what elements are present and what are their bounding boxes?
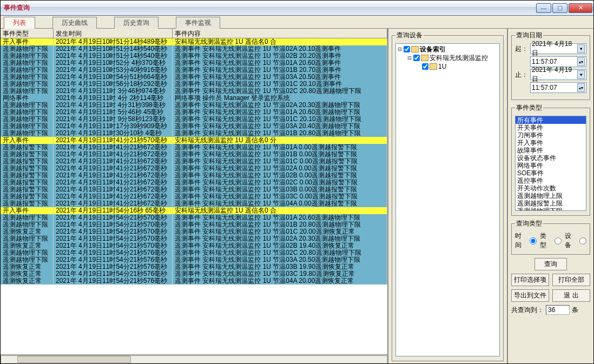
event-type-item[interactable]: 遥测越物理上限 — [516, 192, 586, 200]
dropdown-icon[interactable]: ▼ — [577, 44, 585, 53]
device-tree[interactable]: ⊟ 设备索引 ⊟ 安科瑞无线测温监控 1U — [395, 43, 500, 356]
table-row[interactable]: 开入事件2021年 4月19日10时51分14秒489毫秒安科瑞无线测温监控 1… — [1, 38, 387, 45]
table-row[interactable]: 遥测越物理下限2021年 4月19日11时 3分46秒974毫秒遥测事件 安科瑞… — [1, 88, 387, 95]
event-type-title: 事件类型 — [515, 103, 543, 112]
print-selected-button[interactable]: 打印选择项 — [511, 274, 549, 286]
tree-leaf-label[interactable]: 1U — [438, 62, 446, 71]
table-row[interactable]: 遥测越物理下限2021年 4月19日10时51分14秒540毫秒遥测事件 安科瑞… — [1, 52, 387, 59]
table-row[interactable]: 遥测越物理下限2021年 4月19日11时30分10秒 4毫秒遥测事件 安科瑞无… — [1, 130, 387, 137]
grid-body[interactable]: 开入事件2021年 4月19日10时51分14秒489毫秒安科瑞无线测温监控 1… — [1, 38, 387, 354]
table-row[interactable]: 遥测越物理下限2021年 4月19日10时53分40秒916毫秒遥测事件 安科瑞… — [1, 67, 387, 74]
event-type-item[interactable]: 开关事件 — [516, 124, 586, 131]
tab-history-curve[interactable]: 历史曲线 — [52, 17, 97, 29]
cell-content: 遥测事件 安科瑞无线测温监控 1U 节温04A 0.00遥测越报警下限 — [173, 200, 387, 207]
table-row[interactable]: 遥测恢复正常2021年 4月19日11时54分21秒576毫秒遥测事件 安科瑞无… — [1, 277, 387, 284]
cell-content: 遥测事件 安科瑞无线测温监控 1U 节温02B 0.00遥测越报警下限 — [173, 172, 387, 179]
table-row[interactable]: 遥测越报警下限2021年 4月19日11时41分21秒672毫秒遥测事件 安科瑞… — [1, 144, 387, 151]
from-label: 起： — [515, 44, 528, 54]
titlebar: 事件查询 — ▢ ✕ — [1, 1, 593, 16]
tree-collapse-icon[interactable]: ⊟ — [397, 45, 402, 54]
table-row[interactable]: 遥测越报警下限2021年 4月19日11时41分21秒672毫秒遥测事件 安科瑞… — [1, 186, 387, 193]
table-row[interactable]: 开入事件2021年 4月19日11时41分21秒570毫秒安科瑞无线测温监控 1… — [1, 137, 387, 144]
table-row[interactable]: 开入事件2021年 4月19日11时54分16秒 65毫秒安科瑞无线测温监控 1… — [1, 207, 387, 214]
spinner-icon[interactable]: ▴▾ — [577, 83, 585, 92]
tab-history-query[interactable]: 历史查询 — [114, 17, 159, 29]
table-row[interactable]: 遥测越物理下限2021年 4月19日11时 5分46秒 45毫秒遥测事件 安科瑞… — [1, 109, 387, 116]
tree-child-label[interactable]: 安科瑞无线测温监控 — [430, 54, 488, 62]
tab-list[interactable]: 列表 — [4, 17, 35, 29]
qtype-time-radio[interactable] — [530, 237, 537, 244]
table-row[interactable]: 遥测越报警下限2021年 4月19日11时41分21秒672毫秒遥测事件 安科瑞… — [1, 200, 387, 207]
event-type-item[interactable]: 故障事件 — [516, 147, 586, 154]
tree-root-checkbox[interactable] — [404, 46, 410, 52]
cell-time: 2021年 4月19日11时54分21秒570毫秒 — [54, 235, 173, 242]
table-row[interactable]: 遥测越报警下限2021年 4月19日11时41分21秒672毫秒遥测事件 安科瑞… — [1, 158, 387, 165]
table-row[interactable]: 遥测恢复正常2021年 4月19日11时54分21秒570毫秒遥测事件 安科瑞无… — [1, 228, 387, 235]
table-row[interactable]: 遥测越物理下限2021年 4月19日11时 4分31秒398毫秒遥测事件 安科瑞… — [1, 102, 387, 109]
table-row[interactable]: 遥测越报警下限2021年 4月19日11时41分21秒672毫秒遥测事件 安科瑞… — [1, 179, 387, 186]
exit-button[interactable]: 退 出 — [552, 289, 590, 302]
event-type-item[interactable]: 遥测越报警上限 — [516, 200, 586, 207]
event-type-item[interactable]: 开入事件 — [516, 139, 586, 147]
table-row[interactable]: 遥测越物理下限2021年 4月19日10时54分51秒664毫秒遥测事件 安科瑞… — [1, 74, 387, 81]
table-row[interactable]: 遥测越报警下限2021年 4月19日11时41分21秒672毫秒遥测事件 安科瑞… — [1, 172, 387, 179]
table-row[interactable]: 遥测越物理下限2021年 4月19日11时54分21秒576毫秒遥测事件 安科瑞… — [1, 249, 387, 256]
qtype-device-radio[interactable] — [579, 237, 586, 244]
print-all-button[interactable]: 打印全部 — [552, 274, 590, 286]
tree-collapse-icon[interactable]: ⊟ — [407, 54, 412, 62]
column-header-content[interactable]: 事件内容 — [173, 29, 387, 38]
to-date-picker[interactable]: 2021年 4月19日 ▼ — [530, 69, 586, 80]
to-time-spinner[interactable]: 11:57:07 ▴▾ — [530, 82, 586, 93]
event-type-item[interactable]: 设备状态事件 — [516, 154, 586, 162]
table-row[interactable]: 遥测恢复正常2021年 4月19日11时54分21秒570毫秒遥测事件 安科瑞无… — [1, 242, 387, 249]
query-button[interactable]: 查询 — [534, 258, 567, 270]
event-type-item[interactable]: 遥测越物理下限 — [516, 207, 586, 211]
event-type-item[interactable]: SOE事件 — [516, 169, 586, 177]
export-button[interactable]: 导出到文件 — [511, 289, 549, 302]
table-row[interactable]: 遥测越物理下限2021年 4月19日11时54分21秒570毫秒遥测事件 安科瑞… — [1, 221, 387, 228]
cell-time: 2021年 4月19日11时54分21秒576毫秒 — [54, 263, 173, 270]
table-row[interactable]: 遥测恢复正常2021年 4月19日11时54分21秒576毫秒遥测事件 安科瑞无… — [1, 263, 387, 270]
cell-type: 遥测恢复正常 — [1, 270, 54, 277]
from-date-picker[interactable]: 2021年 4月18日 ▼ — [530, 43, 586, 54]
cell-content: 遥测事件 安科瑞无线测温监控 1U 节温02C 0.00遥测越报警下限 — [173, 179, 387, 186]
table-row[interactable]: 遥测越物理下限2021年 4月19日10时56分18秒292毫秒遥测事件 安科瑞… — [1, 81, 387, 88]
qtype-type-radio[interactable] — [555, 237, 562, 244]
column-header-type[interactable]: 事件类型 — [1, 29, 54, 38]
window-maximize-button[interactable]: ▢ — [552, 3, 567, 13]
cell-time: 2021年 4月19日10时54分51秒664毫秒 — [54, 74, 173, 81]
table-row[interactable]: 遥测越报警下限2021年 4月19日11时41分21秒672毫秒遥测事件 安科瑞… — [1, 165, 387, 172]
horizontal-scrollbar[interactable] — [1, 354, 387, 363]
event-type-item[interactable]: 遥控事件 — [516, 177, 586, 184]
window-minimize-button[interactable]: — — [536, 3, 551, 13]
column-header-time[interactable]: 发生时间 — [54, 29, 173, 38]
qtype-device-label: 设备 — [565, 231, 576, 250]
tree-root-label[interactable]: 设备索引 — [420, 45, 446, 54]
event-type-item[interactable]: 网络事件 — [516, 162, 586, 169]
event-type-item[interactable]: 所有事件 — [516, 116, 586, 124]
table-row[interactable]: 遥测越物理下限2021年 4月19日11时54分21秒570毫秒遥测事件 安科瑞… — [1, 214, 387, 221]
qtype-type-label: 类型 — [540, 231, 551, 250]
tree-leaf-checkbox[interactable] — [422, 63, 428, 70]
event-type-list[interactable]: 所有事件开关事件刀闸事件开入事件故障事件设备状态事件网络事件SOE事件遥控事件开… — [515, 116, 586, 211]
query-type-title: 查询类型 — [515, 219, 543, 228]
table-row[interactable]: 遥测越物理下限2021年 4月19日11时54分21秒576毫秒遥测事件 安科瑞… — [1, 256, 387, 263]
table-row[interactable]: 遥测越物理下限2021年 4月19日10时51分14秒540毫秒遥测事件 安科瑞… — [1, 45, 387, 52]
dropdown-icon[interactable]: ▼ — [577, 70, 585, 79]
spinner-icon[interactable]: ▴▾ — [577, 57, 585, 66]
event-type-item[interactable]: 刀闸事件 — [516, 131, 586, 139]
cell-time: 2021年 4月19日10时53分40秒916毫秒 — [54, 67, 173, 74]
cell-time: 2021年 4月19日11时54分21秒576毫秒 — [54, 277, 173, 284]
event-type-item[interactable]: 开关动作次数 — [516, 184, 586, 192]
table-row[interactable]: 遥测越报警下限2021年 4月19日11时41分21秒672毫秒遥测事件 安科瑞… — [1, 151, 387, 158]
tree-child-checkbox[interactable] — [413, 55, 420, 61]
table-row[interactable]: 遥测越报警下限2021年 4月19日11时41分21秒672毫秒遥测事件 安科瑞… — [1, 193, 387, 200]
table-row[interactable]: 遥测恢复正常2021年 4月19日11时54分21秒576毫秒遥测事件 安科瑞无… — [1, 270, 387, 277]
table-row[interactable]: 遥测越物理下限2021年 4月19日11时 9分58秒123毫秒遥测事件 安科瑞… — [1, 116, 387, 123]
window-close-button[interactable]: ✕ — [569, 3, 592, 13]
tab-event-monitor[interactable]: 事件监视 — [176, 17, 220, 29]
table-row[interactable]: 遥测越物理下限2021年 4月19日11时17分39秒909毫秒遥测事件 安科瑞… — [1, 123, 387, 130]
table-row[interactable]: 遥测越物理下限2021年 4月19日11时54分21秒570毫秒遥测事件 安科瑞… — [1, 235, 387, 242]
table-row[interactable]: 遥测越物理下限2021年 4月19日10时52分 4秒370毫秒遥测事件 安科瑞… — [1, 59, 387, 67]
table-row[interactable]: 网络事件2021年 4月19日11时 4分 2秒114毫秒网络事项 操作员 Ma… — [1, 95, 387, 102]
